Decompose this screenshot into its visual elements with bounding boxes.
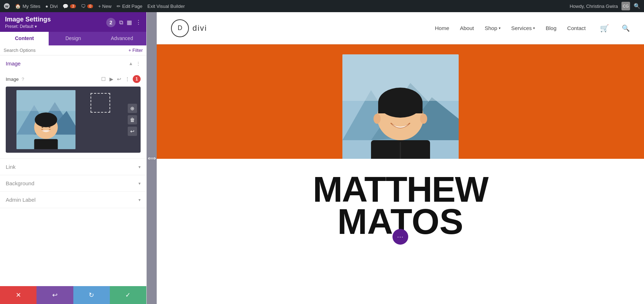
edit-page-button[interactable]: ✏ Edit Page [117, 4, 142, 9]
comments-link[interactable]: 💬 3 [63, 4, 76, 9]
nav-blog[interactable]: Blog [546, 25, 556, 31]
section-more-icon[interactable]: ⋮ [136, 61, 141, 66]
tab-design[interactable]: Design [49, 32, 97, 45]
image-section: Image ▲ ⋮ Image ? ☐ ▶ ↩ [0, 55, 146, 159]
float-action-bubble[interactable]: ··· [392, 229, 408, 245]
admin-bar: W 🏠 My Sites ● Divi 💬 3 🗨 0 + New ✏ Edit… [0, 0, 644, 12]
move-icon[interactable]: ⊕ [128, 104, 137, 113]
image-row-label: Image ? ☐ ▶ ↩ ⋮ 1 [6, 75, 141, 83]
image-placeholder [16, 90, 75, 149]
divi-link[interactable]: ● Divi [45, 4, 58, 9]
image-section-icons: ▲ ⋮ [128, 61, 141, 66]
delete-image-icon[interactable]: 🗑 [128, 115, 137, 124]
selection-overlay [91, 93, 110, 113]
svg-point-21 [420, 114, 427, 124]
admin-label-section[interactable]: Admin Label ▾ [0, 192, 146, 208]
exit-visual-builder-button[interactable]: Exit Visual Builder [147, 4, 185, 9]
bubble-dots-icon: ··· [397, 233, 404, 241]
search-icon[interactable]: 🔍 [634, 3, 640, 9]
site-nav-items: Home About Shop ▾ Services ▾ Blog Contac [435, 24, 630, 33]
nav-about[interactable]: About [460, 25, 474, 31]
tab-advanced[interactable]: Advanced [98, 32, 146, 45]
preset-chevron-icon: ▾ [35, 24, 37, 29]
filter-button[interactable]: + Filter [128, 48, 143, 53]
logo-circle: D [171, 19, 189, 37]
panel-search: + Filter [0, 45, 146, 55]
hero-section [157, 44, 644, 159]
new-button[interactable]: + New [98, 4, 111, 9]
resize-handle[interactable]: ⟺ [147, 12, 157, 304]
help-icon[interactable]: ? [21, 77, 24, 82]
image-section-header[interactable]: Image ▲ ⋮ [0, 55, 146, 72]
undo-field-icon[interactable]: ↩ [116, 75, 122, 83]
wp-logo-link[interactable]: W [4, 3, 10, 9]
panel-header: Image Settings Preset: Default ▾ 2 ⧉ ▦ ⋮ [0, 12, 146, 32]
logo-text: divi [192, 24, 207, 33]
more-icon[interactable]: ⋮ [136, 19, 141, 26]
image-overlay-icons: ⊕ 🗑 ↩ [128, 104, 137, 136]
svg-rect-19 [378, 103, 423, 113]
svg-point-10 [42, 126, 43, 128]
reset-image-icon[interactable]: ↩ [128, 127, 137, 136]
collapse-icon[interactable]: ▲ [128, 61, 133, 66]
mobile-preview-icon[interactable]: ☐ [101, 75, 107, 83]
redo-button[interactable]: ↻ [73, 286, 110, 304]
nav-shop[interactable]: Shop ▾ [485, 25, 501, 31]
link-section[interactable]: Link ▾ [0, 159, 146, 175]
page-content: MATTHEW MATOS ··· [157, 44, 644, 304]
redo-icon: ↻ [89, 291, 94, 299]
cancel-icon: ✕ [16, 291, 21, 299]
admin-bar-right: Howdy, Christina Gwira CG 🔍 [570, 2, 640, 10]
left-panel: Image Settings Preset: Default ▾ 2 ⧉ ▦ ⋮… [0, 12, 147, 304]
admin-bar-left: W 🏠 My Sites ● Divi 💬 3 🗨 0 + New ✏ Edit… [4, 3, 185, 9]
right-content: D divi Home About Shop ▾ Services ▾ [157, 12, 644, 304]
tab-content[interactable]: Content [0, 32, 49, 45]
svg-rect-9 [34, 139, 58, 149]
cart-icon[interactable]: 🛒 [600, 24, 609, 33]
admin-label-chevron-icon: ▾ [138, 197, 141, 202]
nav-contact[interactable]: Contact [567, 25, 586, 31]
person-svg [16, 90, 75, 149]
admin-label-section-title: Admin Label [6, 197, 35, 203]
field-more-icon[interactable]: ⋮ [124, 75, 131, 83]
comment-count-link[interactable]: 🗨 0 [81, 4, 93, 9]
save-button[interactable]: ✓ [110, 286, 146, 304]
panel-header-icons: 2 ⧉ ▦ ⋮ [106, 18, 141, 27]
site-logo: D divi [171, 19, 207, 37]
background-chevron-icon: ▾ [138, 181, 141, 186]
panel-header-left: Image Settings Preset: Default ▾ [5, 16, 51, 29]
nav-search-icon[interactable]: 🔍 [622, 24, 630, 32]
preset-row[interactable]: Preset: Default ▾ [5, 24, 51, 29]
image-section-title: Image [6, 60, 21, 67]
image-upload-area[interactable]: ⊕ 🗑 ↩ [6, 87, 141, 153]
image-section-content: Image ? ☐ ▶ ↩ ⋮ 1 [0, 72, 146, 158]
logo-d: D [178, 24, 182, 32]
name-section: MATTHEW MATOS ··· [157, 159, 644, 252]
hero-person-svg [342, 54, 459, 171]
save-icon: ✓ [125, 291, 131, 299]
undo-button[interactable]: ↩ [36, 286, 73, 304]
copy-icon[interactable]: ⧉ [119, 19, 123, 26]
svg-point-8 [35, 112, 57, 127]
user-avatar: CG [621, 2, 630, 10]
badge-2: 2 [106, 18, 116, 27]
badge-1: 1 [133, 75, 141, 83]
resize-arrows-icon: ⟺ [148, 155, 156, 162]
background-section[interactable]: Background ▾ [0, 175, 146, 192]
grid-icon[interactable]: ▦ [127, 19, 132, 26]
my-sites-link[interactable]: 🏠 My Sites [15, 4, 40, 9]
search-options-input[interactable] [4, 48, 126, 53]
panel-content: Image ▲ ⋮ Image ? ☐ ▶ ↩ [0, 55, 146, 286]
link-section-title: Link [6, 164, 16, 170]
nav-services[interactable]: Services ▾ [511, 25, 535, 31]
comment-badge: 3 [70, 4, 76, 8]
svg-text:W: W [5, 4, 9, 8]
svg-rect-6 [16, 90, 75, 111]
background-section-title: Background [6, 180, 34, 186]
panel-title: Image Settings [5, 16, 51, 23]
services-chevron-icon: ▾ [533, 26, 535, 30]
nav-home[interactable]: Home [435, 25, 449, 31]
svg-point-11 [49, 126, 50, 128]
cancel-button[interactable]: ✕ [0, 286, 36, 304]
cursor-icon[interactable]: ▶ [109, 75, 114, 83]
